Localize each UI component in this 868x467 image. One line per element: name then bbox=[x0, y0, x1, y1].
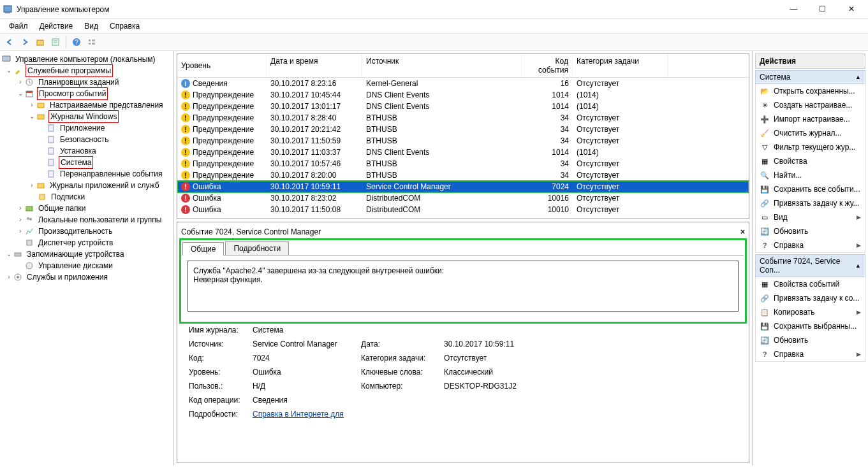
menu-help[interactable]: Справка bbox=[105, 20, 145, 32]
tree-pane[interactable]: Управление компьютером (локальным) ⌄ Слу… bbox=[0, 51, 174, 466]
col-datetime[interactable]: Дата и время bbox=[267, 54, 362, 77]
action-item[interactable]: 🔍Найти... bbox=[756, 168, 865, 182]
expand-icon[interactable]: › bbox=[28, 180, 36, 191]
action-item[interactable]: 🔗Привязать задачу к со... bbox=[756, 291, 865, 305]
tree-shared-folders[interactable]: › Общие папки bbox=[0, 203, 173, 214]
menubar: Файл Действие Вид Справка bbox=[0, 19, 868, 33]
action-item[interactable]: ▦Свойства событий bbox=[756, 277, 865, 291]
action-icon: 🔗 bbox=[760, 293, 770, 303]
event-row[interactable]: !Предупреждение30.10.2017 10:45:44DNS Cl… bbox=[177, 89, 749, 101]
tab-details[interactable]: Подробности bbox=[225, 241, 289, 255]
level-warn-icon: ! bbox=[181, 171, 190, 180]
action-icon: 🔄 bbox=[760, 335, 770, 345]
tree-task-scheduler[interactable]: › Планировщик заданий bbox=[0, 76, 173, 88]
detail-title: Событие 7024, Service Control Manager bbox=[181, 227, 321, 236]
action-item[interactable]: ?Справка▶ bbox=[756, 238, 865, 252]
menu-view[interactable]: Вид bbox=[79, 20, 103, 32]
tree-root[interactable]: Управление компьютером (локальным) bbox=[0, 54, 173, 65]
tree-services-apps[interactable]: › Службы и приложения bbox=[0, 271, 173, 283]
event-row[interactable]: !Предупреждение30.10.2017 11:50:59BTHUSB… bbox=[177, 135, 749, 147]
event-row[interactable]: !Ошибка30.10.2017 10:59:11Service Contro… bbox=[177, 181, 749, 192]
action-item[interactable]: 🧹Очистить журнал... bbox=[756, 126, 865, 140]
tree-security[interactable]: Безопасность bbox=[0, 134, 173, 145]
action-item[interactable]: ?Справка▶ bbox=[756, 347, 865, 361]
col-category[interactable]: Категория задачи bbox=[573, 54, 668, 77]
action-item[interactable]: ▭Вид▶ bbox=[756, 210, 865, 224]
tree-setup[interactable]: Установка bbox=[0, 145, 173, 157]
action-item[interactable]: 📋Копировать▶ bbox=[756, 305, 865, 319]
event-row[interactable]: !Ошибка30.10.2017 11:50:08DistributedCOM… bbox=[177, 204, 749, 215]
action-item[interactable]: 🔄Обновить bbox=[756, 333, 865, 347]
tree-windows-logs[interactable]: ⌄ Журналы Windows bbox=[0, 111, 173, 122]
expand-icon[interactable]: ⌄ bbox=[5, 65, 13, 76]
tree-forwarded[interactable]: Перенаправленные события bbox=[0, 168, 173, 180]
action-item[interactable]: ✳Создать настраивае... bbox=[756, 98, 865, 112]
svg-rect-25 bbox=[26, 206, 33, 211]
expand-icon[interactable]: › bbox=[17, 76, 24, 88]
expand-icon[interactable]: › bbox=[17, 203, 24, 214]
expand-icon[interactable]: › bbox=[17, 226, 24, 237]
menu-file[interactable]: Файл bbox=[4, 20, 33, 32]
expand-icon[interactable]: ⌄ bbox=[5, 248, 13, 260]
tree-app-logs[interactable]: › Журналы приложений и служб bbox=[0, 180, 173, 191]
tree-storage[interactable]: ⌄ Запоминающие устройства bbox=[0, 248, 173, 260]
col-event-id[interactable]: Код события bbox=[522, 54, 573, 77]
event-row[interactable]: !Предупреждение30.10.2017 10:57:46BTHUSB… bbox=[177, 158, 749, 169]
tree-disk-mgmt[interactable]: Управление дисками bbox=[0, 260, 173, 271]
action-item[interactable]: 💾Сохранить все событи... bbox=[756, 182, 865, 196]
back-button[interactable] bbox=[3, 35, 17, 49]
tree-system[interactable]: Система bbox=[0, 157, 173, 168]
tree-event-viewer[interactable]: ⌄ Просмотр событий bbox=[0, 88, 173, 99]
tree-device-manager[interactable]: Диспетчер устройств bbox=[0, 237, 173, 248]
close-button[interactable]: ✕ bbox=[837, 0, 865, 18]
up-button[interactable] bbox=[33, 35, 47, 49]
action-item[interactable]: 💾Сохранить выбранны... bbox=[756, 319, 865, 333]
actions-section-event[interactable]: Событие 7024, Service Con...▲ bbox=[755, 254, 865, 277]
detail-help-link[interactable]: Справка в Интернете для bbox=[253, 410, 344, 419]
eventviewer-icon bbox=[24, 89, 34, 99]
action-item[interactable]: ➕Импорт настраивае... bbox=[756, 112, 865, 126]
event-row[interactable]: !Ошибка30.10.2017 8:23:02DistributedCOM1… bbox=[177, 192, 749, 204]
event-list-header[interactable]: Уровень Дата и время Источник Код событи… bbox=[177, 54, 749, 78]
action-item[interactable]: 🔗Привязать задачу к жу... bbox=[756, 196, 865, 210]
tree-application[interactable]: Приложение bbox=[0, 122, 173, 134]
event-row[interactable]: !Предупреждение30.10.2017 8:28:40BTHUSB3… bbox=[177, 112, 749, 124]
expand-icon[interactable]: ⌄ bbox=[17, 88, 24, 99]
action-icon: 💾 bbox=[760, 321, 770, 331]
svg-text:?: ? bbox=[75, 39, 78, 46]
expand-icon[interactable]: ⌄ bbox=[28, 111, 36, 122]
tab-general[interactable]: Общие bbox=[182, 242, 224, 255]
event-row[interactable]: !Предупреждение30.10.2017 11:03:37DNS Cl… bbox=[177, 147, 749, 158]
details-button[interactable] bbox=[48, 35, 63, 49]
svg-rect-2 bbox=[37, 40, 43, 45]
action-item[interactable]: 🔄Обновить bbox=[756, 224, 865, 238]
expand-icon[interactable]: › bbox=[28, 99, 36, 111]
tree-system-tools[interactable]: ⌄ Служебные программы bbox=[0, 65, 173, 76]
event-row[interactable]: !Предупреждение30.10.2017 8:20:00BTHUSB3… bbox=[177, 169, 749, 181]
tree-custom-views[interactable]: › Настраиваемые представления bbox=[0, 99, 173, 111]
action-item[interactable]: ▦Свойства bbox=[756, 154, 865, 168]
forward-button[interactable] bbox=[18, 35, 32, 49]
event-row[interactable]: !Предупреждение30.10.2017 13:01:17DNS Cl… bbox=[177, 101, 749, 112]
maximize-button[interactable]: ☐ bbox=[808, 0, 837, 18]
action-item[interactable]: 📂Открыть сохраненны... bbox=[756, 84, 865, 98]
level-err-icon: ! bbox=[181, 194, 190, 203]
list-button[interactable] bbox=[85, 35, 99, 49]
action-icon: 💾 bbox=[760, 184, 770, 194]
action-item[interactable]: ▽Фильтр текущего жур... bbox=[756, 140, 865, 154]
col-source[interactable]: Источник bbox=[362, 54, 522, 77]
expand-icon[interactable]: › bbox=[5, 271, 13, 283]
expand-icon[interactable]: › bbox=[17, 214, 24, 226]
actions-section-system[interactable]: Система▲ bbox=[755, 70, 865, 84]
minimize-button[interactable]: — bbox=[779, 0, 808, 18]
tree-subscriptions[interactable]: Подписки bbox=[0, 191, 173, 203]
tree-performance[interactable]: › Производительность bbox=[0, 226, 173, 237]
tree-local-users[interactable]: › Локальные пользователи и группы bbox=[0, 214, 173, 226]
event-row[interactable]: iСведения30.10.2017 8:23:16Kernel-Genera… bbox=[177, 78, 749, 89]
menu-action[interactable]: Действие bbox=[34, 20, 78, 32]
event-list[interactable]: Уровень Дата и время Источник Код событи… bbox=[177, 54, 749, 219]
help-button[interactable]: ? bbox=[70, 35, 84, 49]
event-row[interactable]: !Предупреждение30.10.2017 20:21:42BTHUSB… bbox=[177, 124, 749, 135]
detail-close-button[interactable]: × bbox=[740, 227, 745, 236]
col-level[interactable]: Уровень bbox=[177, 54, 267, 77]
